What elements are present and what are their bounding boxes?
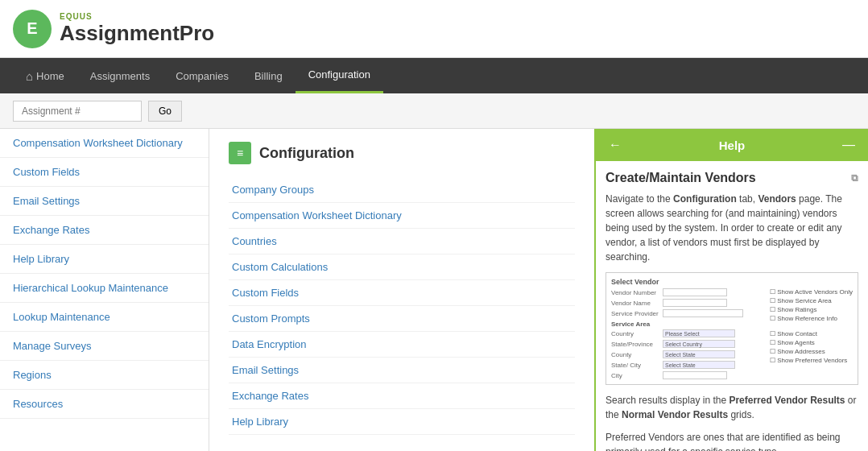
app-title-block: EQUUS AssignmentPro xyxy=(60,12,214,46)
config-icon-symbol: ≡ xyxy=(237,147,243,159)
help-external-link[interactable]: ⧉ xyxy=(851,172,858,184)
sidebar-item-compensation-worksheet[interactable]: Compensation Worksheet Dictionary xyxy=(0,129,209,158)
config-icon: ≡ xyxy=(229,142,251,164)
help-back-button[interactable]: ← xyxy=(606,138,625,152)
sidebar-item-lookup-maintenance[interactable]: Lookup Maintenance xyxy=(0,303,209,332)
config-item-countries[interactable]: Countries xyxy=(229,229,575,254)
sidebar-item-exchange-rates[interactable]: Exchange Rates xyxy=(0,216,209,245)
config-panel-title: Configuration xyxy=(259,145,354,162)
config-item-custom-prompts[interactable]: Custom Prompts xyxy=(229,306,575,332)
help-results-after: grids. xyxy=(728,409,754,420)
config-item-custom-calculations[interactable]: Custom Calculations xyxy=(229,254,575,280)
sidebar-item-regions[interactable]: Regions xyxy=(0,361,209,390)
help-text-mid: tab, xyxy=(737,193,758,205)
search-button[interactable]: Go xyxy=(148,101,182,122)
nav-item-assignments[interactable]: Assignments xyxy=(77,58,163,93)
sidebar-item-manage-surveys[interactable]: Manage Surveys xyxy=(0,332,209,361)
help-bold-vendors: Vendors xyxy=(758,193,796,205)
equus-label: EQUUS xyxy=(60,12,214,21)
nav-item-billing[interactable]: Billing xyxy=(242,58,296,93)
sidebar-item-hierarchical-lookup[interactable]: Hierarchical Lookup Maintenance xyxy=(0,274,209,303)
sidebar-item-resources[interactable]: Resources xyxy=(0,390,209,419)
nav-item-configuration[interactable]: Configuration xyxy=(296,58,383,93)
search-input[interactable] xyxy=(13,101,142,122)
help-image-inner: Select Vendor Vendor Number Vendor Name … xyxy=(606,273,858,384)
config-item-company-groups[interactable]: Company Groups xyxy=(229,177,575,203)
help-vendor-screenshot: Select Vendor Vendor Number Vendor Name … xyxy=(606,272,858,385)
help-article-title: Create/Maintain Vendors ⧉ xyxy=(606,171,858,185)
help-text-before-config: Navigate to the xyxy=(606,193,673,205)
app-logo: E xyxy=(13,10,52,48)
help-intro-paragraph: Navigate to the Configuration tab, Vendo… xyxy=(606,192,858,264)
sidebar-item-custom-fields[interactable]: Custom Fields xyxy=(0,158,209,187)
search-bar: Go xyxy=(0,93,868,129)
help-bold-configuration: Configuration xyxy=(673,193,737,205)
help-results-bold-normal: Normal Vendor Results xyxy=(622,409,728,420)
app-header: E EQUUS AssignmentPro xyxy=(0,0,868,58)
center-panel: ≡ Configuration Company Groups Compensat… xyxy=(209,129,594,451)
help-title: Help xyxy=(625,139,839,152)
help-header: ← Help — xyxy=(596,129,868,161)
help-results-bold-preferred: Preferred Vendor Results xyxy=(729,395,845,406)
logo-letter: E xyxy=(27,19,37,38)
nav-item-companies[interactable]: Companies xyxy=(163,58,242,93)
config-header: ≡ Configuration xyxy=(229,142,575,164)
config-item-help-library[interactable]: Help Library xyxy=(229,409,575,435)
help-panel: ← Help — Create/Maintain Vendors ⧉ Navig… xyxy=(594,129,868,451)
nav-bar: Home Assignments Companies Billing Confi… xyxy=(0,58,868,93)
help-body: Create/Maintain Vendors ⧉ Navigate to th… xyxy=(596,161,868,451)
help-results-paragraph: Search results display in the Preferred … xyxy=(606,393,858,422)
vendor-mock-content: Select Vendor Vendor Number Vendor Name … xyxy=(611,278,853,385)
app-name: AssignmentPro xyxy=(60,21,214,46)
config-item-email-settings[interactable]: Email Settings xyxy=(229,358,575,383)
config-item-compensation-worksheet[interactable]: Compensation Worksheet Dictionary xyxy=(229,203,575,229)
config-item-exchange-rates[interactable]: Exchange Rates xyxy=(229,383,575,409)
config-item-data-encryption[interactable]: Data Encryption xyxy=(229,332,575,358)
help-minimize-button[interactable]: — xyxy=(839,138,858,152)
nav-item-home[interactable]: Home xyxy=(13,58,77,93)
help-preferred-paragraph: Preferred Vendors are ones that are iden… xyxy=(606,430,858,451)
sidebar-item-email-settings[interactable]: Email Settings xyxy=(0,187,209,216)
config-item-custom-fields[interactable]: Custom Fields xyxy=(229,280,575,306)
sidebar: Compensation Worksheet Dictionary Custom… xyxy=(0,129,209,451)
help-results-before: Search results display in the xyxy=(606,395,729,406)
help-article-title-text: Create/Maintain Vendors xyxy=(606,171,756,185)
main-content: Compensation Worksheet Dictionary Custom… xyxy=(0,129,868,451)
sidebar-item-help-library[interactable]: Help Library xyxy=(0,245,209,274)
